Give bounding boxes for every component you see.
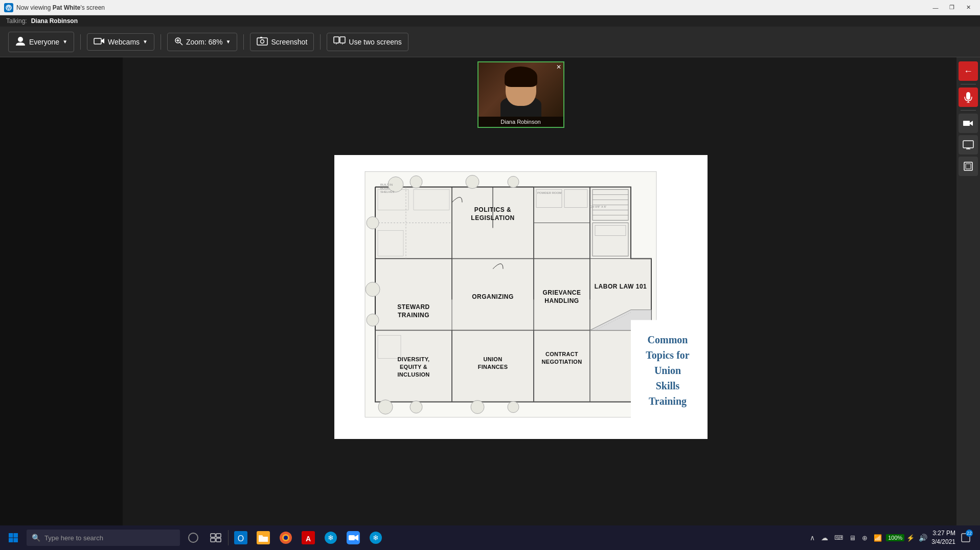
svg-text:BOOK: BOOK: [380, 187, 389, 190]
search-icon: 🔍: [32, 534, 40, 542]
title-bar: W Now viewing Pat White's screen — ❐ ✕: [0, 0, 980, 15]
sidebar-separator-1: [961, 84, 976, 84]
search-placeholder: Type here to search: [44, 534, 103, 542]
tray-chevron[interactable]: ∧: [808, 533, 817, 543]
taskbar-snow1[interactable]: ❄: [320, 526, 342, 549]
two-screens-label: Use two screens: [349, 38, 401, 46]
svg-rect-12: [340, 37, 345, 43]
svg-text:INCLUSION: INCLUSION: [397, 371, 429, 378]
svg-text:POLITICS &: POLITICS &: [474, 206, 511, 213]
svg-rect-97: [14, 533, 18, 538]
svg-point-58: [410, 401, 422, 413]
svg-point-57: [378, 400, 393, 414]
monitor-icon: [333, 36, 346, 48]
screenshot-icon: [257, 36, 268, 48]
separator-2: [161, 34, 161, 50]
slide-area: ✕ Diana Robinson: [123, 57, 919, 537]
search-bar[interactable]: 🔍 Type here to search: [27, 530, 180, 546]
back-button[interactable]: ←: [959, 61, 978, 81]
svg-text:HANDLING: HANDLING: [544, 297, 579, 304]
close-button[interactable]: ✕: [961, 3, 976, 13]
everyone-chevron: ▼: [62, 39, 67, 45]
svg-rect-90: [963, 121, 970, 126]
cortana-button[interactable]: [182, 526, 204, 549]
two-screens-button[interactable]: Use two screens: [327, 33, 408, 51]
svg-point-55: [367, 314, 379, 326]
restore-button[interactable]: ❐: [944, 3, 960, 13]
content-button[interactable]: [959, 157, 978, 176]
toolbar: Everyone ▼ Webcams ▼ Zoom: 68% ▼: [0, 27, 980, 57]
svg-text:FINANCES: FINANCES: [477, 364, 508, 370]
everyone-dropdown[interactable]: Everyone ▼: [8, 32, 74, 52]
talking-bar: Talking: Diana Robinson: [0, 15, 980, 27]
task-view-button[interactable]: [204, 526, 227, 549]
svg-point-110: [284, 536, 288, 540]
svg-rect-10: [260, 37, 262, 38]
zoom-control[interactable]: Zoom: 68% ▼: [167, 33, 238, 51]
svg-text:NEGOTIATION: NEGOTIATION: [541, 359, 582, 365]
separator-3: [243, 34, 244, 50]
svg-text:❄: ❄: [373, 534, 379, 542]
svg-point-56: [367, 217, 379, 229]
tray-network[interactable]: 📶: [872, 533, 884, 543]
svg-text:GRIEVANCE: GRIEVANCE: [542, 289, 581, 296]
webcam-video: [478, 62, 563, 117]
start-button[interactable]: [2, 526, 25, 549]
mute-button[interactable]: [959, 87, 978, 107]
taskbar-explorer[interactable]: [252, 526, 275, 549]
svg-rect-104: [216, 538, 221, 542]
notification-button[interactable]: 22: [958, 526, 974, 549]
camera-icon: [94, 37, 105, 47]
webcam-close-button[interactable]: ✕: [556, 63, 561, 71]
svg-rect-101: [211, 534, 215, 537]
screenshot-button[interactable]: Screenshot: [250, 33, 314, 51]
taskbar-firefox[interactable]: [275, 526, 297, 549]
taskbar-zoom[interactable]: [342, 526, 364, 549]
svg-text:CONTRACT: CONTRACT: [545, 351, 578, 357]
tray-onedrive[interactable]: ☁: [819, 533, 830, 543]
webcams-dropdown[interactable]: Webcams ▼: [87, 33, 154, 51]
svg-text:CH 9'8" X 6': CH 9'8" X 6': [590, 205, 606, 208]
main-content: ✕ Diana Robinson: [0, 57, 980, 537]
taskbar-acrobat[interactable]: A: [297, 526, 320, 549]
zoom-icon: [174, 36, 183, 48]
svg-rect-94: [964, 162, 972, 170]
webcam-overlay[interactable]: ✕ Diana Robinson: [477, 61, 564, 128]
svg-point-51: [410, 176, 422, 188]
svg-rect-99: [14, 538, 18, 543]
svg-rect-103: [211, 538, 215, 542]
power-plug-icon: ⚡: [906, 534, 915, 542]
volume-icon[interactable]: 🔊: [917, 533, 929, 543]
svg-rect-11: [334, 37, 339, 43]
tray-keyboard[interactable]: ⌨: [832, 533, 845, 542]
svg-line-5: [180, 42, 183, 45]
talking-label: Talking:: [6, 17, 27, 25]
right-panel: ←: [919, 57, 980, 537]
zoom-label: Zoom: 68%: [186, 38, 223, 46]
taskbar-snow2[interactable]: ❄: [364, 526, 387, 549]
svg-rect-102: [216, 534, 221, 537]
svg-text:❄: ❄: [328, 534, 334, 542]
svg-text:LEGISLATION: LEGISLATION: [471, 214, 514, 222]
webcams-chevron: ▼: [143, 39, 148, 45]
svg-rect-95: [966, 164, 971, 169]
svg-text:UNION: UNION: [483, 356, 502, 362]
svg-rect-96: [9, 533, 13, 538]
svg-point-9: [261, 39, 264, 43]
taskbar-outlook[interactable]: O: [230, 526, 252, 549]
system-tray: ∧ ☁ ⌨ 🖥 ⊕ 📶 100% ⚡ 🔊 3:27 PM 3/4/2021 22: [808, 526, 978, 549]
screen-share-button[interactable]: [959, 135, 978, 155]
tray-scroll[interactable]: ⊕: [860, 533, 870, 543]
svg-text:Skills: Skills: [655, 380, 679, 391]
clock[interactable]: 3:27 PM 3/4/2021: [931, 529, 955, 546]
person-icon: [15, 35, 26, 49]
talking-name: Diana Robinson: [31, 17, 78, 25]
camera-stop-button[interactable]: [959, 114, 978, 133]
tray-display[interactable]: 🖥: [847, 533, 858, 543]
zoom-chevron: ▼: [226, 39, 231, 45]
svg-rect-8: [257, 38, 267, 45]
minimize-button[interactable]: —: [928, 3, 943, 13]
notification-badge: 22: [966, 530, 973, 537]
svg-point-59: [471, 401, 484, 414]
title-bar-controls: — ❐ ✕: [928, 3, 976, 13]
